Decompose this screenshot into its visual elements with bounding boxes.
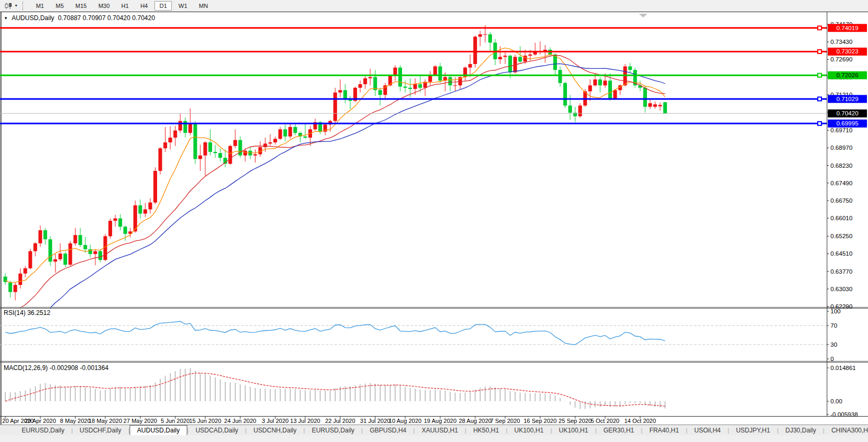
toolbar-grip[interactable] [22, 2, 27, 10]
timeframe-button-H1[interactable]: H1 [116, 1, 133, 11]
svg-text:27 May 2020: 27 May 2020 [123, 418, 157, 424]
svg-text:5 Oct 2020: 5 Oct 2020 [591, 418, 619, 424]
svg-text:0.69995: 0.69995 [836, 120, 858, 127]
svg-text:0.72026: 0.72026 [836, 72, 858, 78]
top-toolbar: ▼ M1M5M15M30H1H4D1W1MN [0, 0, 868, 12]
chart-tab-ger30-h1[interactable]: GER30,H1 [597, 425, 641, 435]
chart-tab-hk50-h1[interactable]: HK50,H1 [467, 425, 506, 435]
svg-text:0.64510: 0.64510 [830, 250, 853, 257]
svg-text:8 May 2020: 8 May 2020 [60, 418, 90, 424]
svg-text:100: 100 [830, 308, 840, 314]
svg-text:29 Apr 2020: 29 Apr 2020 [24, 418, 56, 424]
svg-text:0.66010: 0.66010 [830, 215, 853, 221]
svg-text:0.72690: 0.72690 [830, 56, 853, 62]
svg-text:24 Jun 2020: 24 Jun 2020 [224, 418, 257, 424]
chart-tab-china300-h1[interactable]: CHINA300,H1 [825, 425, 868, 435]
svg-text:0.69710: 0.69710 [830, 127, 853, 133]
svg-text:0.00: 0.00 [830, 398, 842, 404]
chart-window: 0.741700.734300.726900.719500.712100.704… [0, 12, 868, 425]
timeframe-button-MN[interactable]: MN [194, 1, 213, 11]
svg-text:-0.005938: -0.005938 [830, 411, 858, 418]
svg-text:14 Oct 2020: 14 Oct 2020 [624, 418, 656, 424]
svg-text:0: 0 [830, 356, 834, 362]
svg-text:0.68230: 0.68230 [830, 163, 853, 169]
chart-tab-eurusd-daily[interactable]: EURUSD,Daily [15, 425, 71, 435]
symbol-dropdown-icon[interactable]: ▼ [4, 16, 8, 21]
svg-text:0.71029: 0.71029 [836, 96, 858, 102]
svg-text:0.66750: 0.66750 [830, 197, 853, 204]
chart-title: ▼ AUDUSD,Daily 0.70887 0.70907 0.70420 0… [4, 14, 155, 22]
timeframe-button-H4[interactable]: H4 [135, 1, 152, 11]
quote-ohlc: 0.70887 0.70907 0.70420 0.70420 [58, 14, 156, 22]
chart-tab-usdcad-daily[interactable]: USDCAD,Daily [189, 425, 245, 435]
svg-text:5 Jun 2020: 5 Jun 2020 [161, 418, 189, 424]
candlestick-chart-icon [4, 2, 13, 10]
timeframe-button-M30[interactable]: M30 [94, 1, 114, 11]
chart-tab-uk100-h1[interactable]: UK100,H1 [552, 425, 595, 435]
svg-text:0.70420: 0.70420 [836, 110, 858, 116]
svg-text:22 Jul 2020: 22 Jul 2020 [325, 418, 355, 424]
svg-text:16 Sep 2020: 16 Sep 2020 [524, 418, 556, 424]
chart-tab-bar: EURUSD,Daily|USDCHF,Daily|AUDUSD,Daily|U… [0, 425, 868, 435]
svg-text:0.73430: 0.73430 [830, 39, 853, 45]
svg-text:0.63770: 0.63770 [830, 268, 853, 275]
timeframe-button-W1[interactable]: W1 [174, 1, 193, 11]
svg-text:25 Sep 2020: 25 Sep 2020 [559, 418, 591, 424]
chart-type-button[interactable]: ▼ [2, 2, 20, 10]
chart-tab-fra40-h1[interactable]: FRA40,H1 [643, 425, 686, 435]
svg-text:15 Jun 2020: 15 Jun 2020 [189, 418, 222, 424]
chart-tab-xauusd-h1[interactable]: XAUUSD,H1 [415, 425, 465, 435]
chart-tab-uk100-h1[interactable]: UK100,H1 [507, 425, 550, 435]
chart-tab-usdjpy-h1[interactable]: USDJPY,H1 [729, 425, 776, 435]
chart-tab-usoil-h4[interactable]: USOil,H4 [688, 425, 728, 435]
svg-text:0.63030: 0.63030 [830, 286, 853, 292]
svg-text:28 Aug 2020: 28 Aug 2020 [459, 418, 491, 424]
timeframe-button-D1[interactable]: D1 [154, 1, 171, 11]
svg-text:0.74019: 0.74019 [836, 25, 858, 31]
svg-text:7 Sep 2020: 7 Sep 2020 [490, 418, 520, 424]
rsi-label: RSI(14) 36.2512 [4, 309, 50, 317]
timeframe-toolbar: M1M5M15M30H1H4D1W1MN [30, 1, 214, 11]
svg-text:0.014861: 0.014861 [830, 365, 856, 371]
timeframe-button-M15[interactable]: M15 [71, 1, 92, 11]
svg-text:18 May 2020: 18 May 2020 [88, 418, 122, 424]
chart-tab-audusd-daily[interactable]: AUDUSD,Daily [130, 425, 187, 435]
chart-tabs: EURUSD,Daily|USDCHF,Daily|AUDUSD,Daily|U… [15, 425, 868, 435]
chart-tab-gbpusd-h4[interactable]: GBPUSD,H4 [363, 425, 413, 435]
svg-text:13 Jul 2020: 13 Jul 2020 [290, 418, 321, 424]
svg-text:70: 70 [830, 322, 837, 329]
status-bar [0, 435, 868, 442]
svg-text:3 Jul 2020: 3 Jul 2020 [262, 418, 289, 424]
svg-text:0.73023: 0.73023 [836, 48, 858, 55]
price-chart-canvas[interactable]: 0.741700.734300.726900.719500.712100.704… [0, 12, 868, 425]
timeframe-button-M5[interactable]: M5 [51, 1, 68, 11]
chart-tab-usdchf-daily[interactable]: USDCHF,Daily [73, 425, 129, 435]
chart-tab-eurusd-daily[interactable]: EURUSD,Daily [305, 425, 361, 435]
chart-tab-usdcnh-daily[interactable]: USDCNH,Daily [246, 425, 303, 435]
svg-text:0.65250: 0.65250 [830, 233, 853, 239]
symbol-label: AUDUSD,Daily [12, 14, 54, 22]
svg-text:0.67490: 0.67490 [830, 180, 853, 186]
macd-label: MACD(12,26,9) -0.002908 -0.001364 [4, 364, 108, 372]
svg-text:0.68970: 0.68970 [830, 145, 853, 151]
svg-text:30: 30 [830, 341, 837, 348]
timeframe-button-M1[interactable]: M1 [31, 1, 49, 11]
chart-tab-dj30-daily[interactable]: DJ30,Daily [779, 425, 823, 435]
svg-text:10 Aug 2020: 10 Aug 2020 [389, 418, 422, 424]
svg-text:31 Jul 2020: 31 Jul 2020 [360, 418, 390, 424]
chevron-down-icon[interactable]: ▼ [14, 4, 18, 7]
svg-text:19 Aug 2020: 19 Aug 2020 [424, 418, 456, 424]
